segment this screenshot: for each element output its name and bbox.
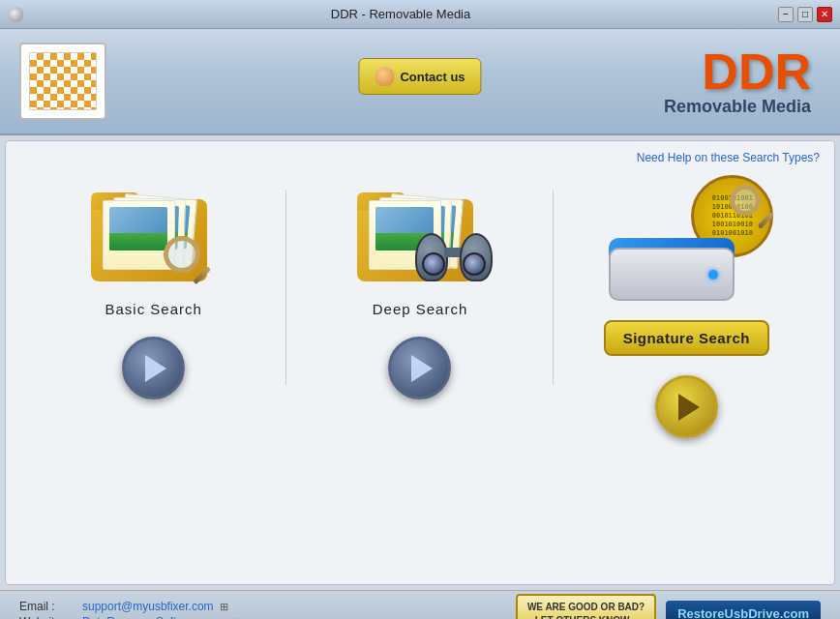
- website-label: Website :: [19, 615, 77, 620]
- signature-search-label-button[interactable]: Signature Search: [604, 320, 769, 356]
- deep-search-folder-icon: [357, 175, 483, 281]
- sig-magnifier-handle: [758, 212, 775, 229]
- email-icon: ⊞: [220, 601, 228, 612]
- brand-title: DDR: [664, 46, 811, 97]
- magnifier-icon: [164, 236, 217, 289]
- help-link[interactable]: Need Help on these Search Types?: [637, 151, 820, 164]
- close-button[interactable]: ✕: [817, 7, 832, 22]
- window-title: DDR - Removable Media: [23, 7, 778, 21]
- app-header: Contact us DDR Removable Media: [0, 29, 840, 135]
- minimize-button[interactable]: −: [778, 7, 794, 22]
- search-options-container: Basic Search: [20, 156, 820, 570]
- paper-image: [109, 207, 167, 251]
- email-label: Email :: [19, 600, 77, 613]
- drive-body: [609, 248, 735, 301]
- deep-search-play-button[interactable]: [388, 337, 451, 399]
- footer-contact-info: Email : support@myusbfixer.com ⊞ Website…: [19, 600, 242, 620]
- bino-lens-right: [463, 252, 486, 276]
- signature-search-drive-icon: 0100101001 1010010100 0010110101 1001010…: [599, 175, 773, 310]
- basic-search-folder-icon: [91, 175, 217, 281]
- sig-magnifier-glass: [730, 185, 761, 216]
- feedback-button[interactable]: WE ARE GOOD OR BAD? LET OTHERS KNOW...: [516, 594, 656, 620]
- deep-search-label: Deep Search: [373, 301, 468, 317]
- feedback-line1: WE ARE GOOD OR BAD?: [527, 601, 645, 614]
- signature-search-play-button[interactable]: [655, 375, 718, 438]
- website-icon: ⊞: [233, 616, 242, 620]
- bino-left: [415, 233, 448, 281]
- app-logo: [19, 43, 106, 120]
- bino-lens-left: [422, 252, 445, 276]
- restore-brand-text: RestoreUsbDrive.com: [677, 606, 809, 619]
- binoculars-icon: [415, 233, 493, 286]
- maximize-button[interactable]: □: [797, 7, 813, 22]
- deep-search-option: Deep Search: [286, 165, 553, 409]
- basic-search-play-button[interactable]: [122, 337, 185, 399]
- drive-led: [708, 270, 718, 280]
- restore-brand-button[interactable]: RestoreUsbDrive.com: [666, 601, 821, 619]
- magnifier-glass: [164, 236, 200, 273]
- contact-button-label: Contact us: [400, 70, 465, 84]
- brand-section: DDR Removable Media: [664, 46, 811, 117]
- contact-button[interactable]: Contact us: [358, 58, 481, 95]
- brand-subtitle: Removable Media: [664, 97, 811, 117]
- main-content: Need Help on these Search Types?: [5, 140, 835, 585]
- magnifier-handle: [193, 266, 211, 284]
- signature-search-option: 0100101001 1010010100 0010110101 1001010…: [554, 165, 820, 448]
- contact-person-icon: [375, 67, 394, 86]
- footer-right: WE ARE GOOD OR BAD? LET OTHERS KNOW... R…: [516, 594, 821, 620]
- bino-right: [460, 233, 493, 281]
- website-link[interactable]: DataRecoverySoftware.com: [82, 615, 226, 620]
- basic-search-label: Basic Search: [105, 301, 201, 317]
- logo-checker-pattern: [29, 52, 97, 110]
- app-footer: Email : support@myusbfixer.com ⊞ Website…: [0, 590, 840, 619]
- window-icon: [8, 7, 23, 22]
- title-bar: DDR - Removable Media − □ ✕: [0, 0, 840, 29]
- feedback-line2: LET OTHERS KNOW...: [527, 614, 645, 620]
- sig-magnifier-icon: [730, 185, 778, 233]
- basic-search-option: Basic Search: [20, 165, 286, 409]
- email-link[interactable]: support@myusbfixer.com: [82, 600, 214, 613]
- window-controls: − □ ✕: [778, 7, 832, 22]
